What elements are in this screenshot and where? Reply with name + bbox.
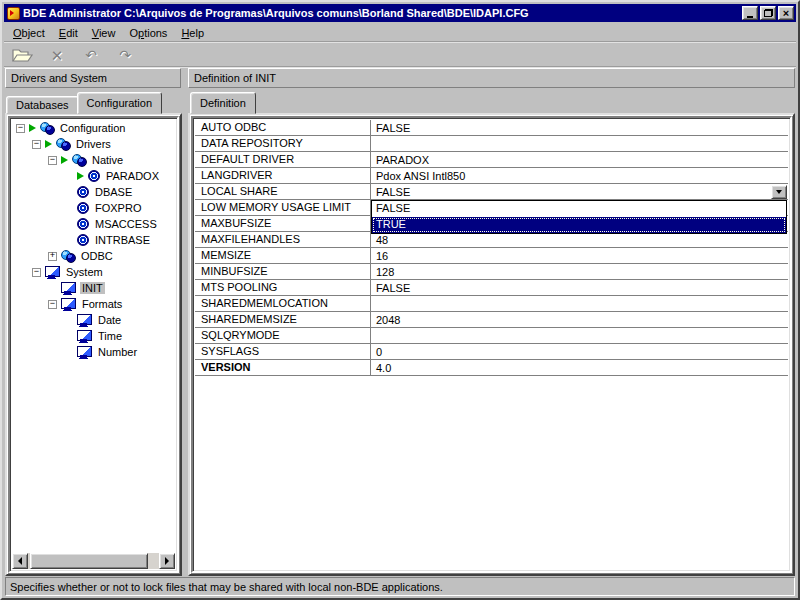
tree-item-dbase[interactable]: DBASE — [12, 184, 175, 200]
property-value[interactable]: Pdox ANSI Intl850 — [370, 168, 788, 183]
tree-view: −Configuration−Drivers−NativePARADOXDBAS… — [8, 116, 179, 573]
tree-item-formats[interactable]: −Formats — [12, 296, 175, 312]
scrollbar-thumb[interactable] — [30, 553, 148, 569]
tree-item-configuration[interactable]: −Configuration — [12, 120, 175, 136]
menu-object[interactable]: Object — [6, 25, 52, 41]
expand-slot: − — [32, 140, 45, 149]
left-triangle-icon — [18, 557, 22, 565]
close-button[interactable]: × — [778, 6, 794, 20]
titlebar[interactable]: BDE Administrator C:\Arquivos de Program… — [4, 4, 796, 22]
combobox-value: FALSE — [376, 186, 771, 198]
dropdown-option-true[interactable]: TRUE — [372, 217, 786, 233]
tree-item-date[interactable]: Date — [12, 312, 175, 328]
property-value[interactable]: 0 — [370, 344, 788, 359]
status-text: Specifies whether or not to lock files t… — [10, 581, 443, 593]
minimize-icon — [747, 16, 753, 18]
restore-button[interactable] — [760, 6, 776, 20]
menu-help[interactable]: Help — [174, 25, 211, 41]
delete-item-button[interactable]: ✕ — [44, 44, 70, 66]
menu-edit[interactable]: Edit — [52, 25, 85, 41]
minimize-button[interactable] — [742, 6, 758, 20]
property-value[interactable] — [370, 296, 788, 311]
property-value[interactable]: 2048 — [370, 312, 788, 327]
property-name: DATA REPOSITORY — [195, 136, 370, 151]
tree-item-intrbase[interactable]: INTRBASE — [12, 232, 175, 248]
property-row-mts-pooling: MTS POOLINGFALSE — [195, 280, 788, 296]
computer-icon — [61, 298, 76, 311]
property-value[interactable] — [370, 136, 788, 151]
tree-item-label: Date — [96, 314, 123, 326]
tree-item-label: Formats — [80, 298, 124, 310]
property-value[interactable]: PARADOX — [370, 152, 788, 167]
computer-icon — [77, 314, 92, 327]
tree-item-paradox[interactable]: PARADOX — [12, 168, 175, 184]
tree-item-label: Number — [96, 346, 139, 358]
redo-button[interactable]: ↷ — [112, 44, 138, 66]
combobox-dropdown-button[interactable] — [771, 185, 787, 199]
tree-item-time[interactable]: Time — [12, 328, 175, 344]
tree-item-label: Native — [90, 154, 125, 166]
tree-item-label: Drivers — [74, 138, 113, 150]
expand-icon[interactable]: + — [48, 252, 57, 261]
tree-item-native[interactable]: −Native — [12, 152, 175, 168]
property-name: AUTO ODBC — [195, 120, 370, 135]
property-value[interactable]: FALSE — [370, 280, 788, 295]
scroll-left-button[interactable] — [12, 553, 28, 569]
tree-item-init[interactable]: INIT — [12, 280, 175, 296]
tree-item-system[interactable]: −System — [12, 264, 175, 280]
property-value[interactable]: 48 — [370, 232, 788, 247]
collapse-icon[interactable]: − — [48, 300, 57, 309]
scroll-right-button[interactable] — [159, 553, 175, 569]
tree-item-number[interactable]: Number — [12, 344, 175, 360]
local-share-dropdown-list: FALSETRUE — [371, 200, 787, 234]
property-name: VERSION — [195, 360, 370, 375]
property-name: LOW MEMORY USAGE LIMIT — [195, 200, 370, 215]
property-name: LOCAL SHARE — [195, 184, 370, 199]
property-row-local-share: LOCAL SHAREFALSE — [195, 184, 788, 200]
property-value[interactable]: 16 — [370, 248, 788, 263]
local-share-value-combobox[interactable]: FALSE — [370, 184, 788, 199]
collapse-icon[interactable]: − — [32, 268, 41, 277]
open-configuration-button[interactable] — [10, 44, 36, 66]
menu-view[interactable]: View — [85, 25, 123, 41]
property-value[interactable]: 128 — [370, 264, 788, 279]
property-row-version: VERSION4.0 — [195, 360, 788, 376]
tree-item-label: Configuration — [58, 122, 127, 134]
tab-databases[interactable]: Databases — [6, 96, 79, 114]
bde-administrator-window: BDE Administrator C:\Arquivos de Program… — [0, 0, 800, 600]
left-panel-header: Drivers and System — [5, 68, 181, 88]
expand-slot: − — [32, 268, 45, 277]
tree-item-drivers[interactable]: −Drivers — [12, 136, 175, 152]
menubar: ObjectEditViewOptionsHelp — [4, 23, 796, 42]
left-pane: −Configuration−Drivers−NativePARADOXDBAS… — [5, 113, 182, 576]
undo-button[interactable]: ↶ — [78, 44, 104, 66]
computer-icon — [77, 330, 92, 343]
property-value[interactable]: FALSE — [370, 120, 788, 135]
property-value[interactable] — [370, 328, 788, 343]
tree-item-odbc[interactable]: +ODBC — [12, 248, 175, 264]
property-row-sqlqrymode: SQLQRYMODE — [195, 328, 788, 344]
left-panel-header-label: Drivers and System — [11, 72, 107, 84]
tab-definition[interactable]: Definition — [190, 92, 256, 114]
statusbar: Specifies whether or not to lock files t… — [5, 577, 795, 596]
collapse-icon[interactable]: − — [48, 156, 57, 165]
database-balls-icon — [72, 154, 86, 166]
green-arrow-icon — [77, 172, 84, 180]
expand-slot: + — [48, 252, 61, 261]
computer-icon — [77, 346, 92, 359]
scrollbar-track[interactable] — [28, 553, 159, 569]
horizontal-scrollbar[interactable] — [12, 553, 175, 569]
dropdown-option-false[interactable]: FALSE — [372, 201, 786, 217]
property-value[interactable]: 4.0 — [370, 360, 788, 375]
collapse-icon[interactable]: − — [32, 140, 41, 149]
tree-item-msaccess[interactable]: MSACCESS — [12, 216, 175, 232]
menu-options[interactable]: Options — [122, 25, 174, 41]
database-balls-icon — [56, 138, 70, 150]
property-row-memsize: MEMSIZE16 — [195, 248, 788, 264]
tree-item-foxpro[interactable]: FOXPRO — [12, 200, 175, 216]
expand-slot: − — [16, 124, 29, 133]
collapse-icon[interactable]: − — [16, 124, 25, 133]
undo-arrow-icon: ↶ — [85, 48, 97, 63]
tab-configuration[interactable]: Configuration — [77, 92, 162, 114]
tree-item-label: Time — [96, 330, 124, 342]
